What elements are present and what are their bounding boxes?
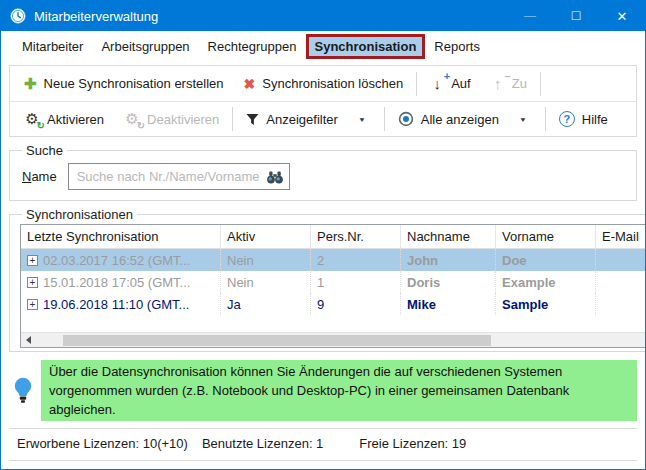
licenses-used: Benutzte Lizenzen: 1 (202, 436, 323, 451)
footer: Schließen Hilfe (1, 461, 645, 470)
minimize-icon[interactable]: — (507, 1, 553, 31)
info-row: Über die Datensynchronisation können Sie… (13, 360, 637, 421)
table-row[interactable]: +15.01.2018 17:05 (GMT... Nein 1 Doris E… (21, 271, 646, 293)
tab-rechtegruppen[interactable]: Rechtegruppen (199, 34, 306, 59)
table-row[interactable]: +02.03.2017 16:52 (GMT... Nein 2 John Do… (21, 249, 646, 271)
chevron-down-icon[interactable]: ▼ (353, 115, 371, 122)
auf-button[interactable]: ↓+ Auf (420, 66, 481, 101)
show-all-button[interactable]: Alle anzeigen ▼ (388, 102, 542, 136)
plus-icon: ✚ (24, 75, 37, 93)
lightbulb-icon (13, 376, 33, 405)
gear-deactivate-icon: ⚙↻ (124, 110, 140, 128)
tabstrip: Mitarbeiter Arbeitsgruppen Rechtegruppen… (1, 31, 645, 62)
column-header[interactable]: Aktiv (221, 225, 311, 248)
table-row[interactable]: +19.06.2018 11:10 (GMT... Ja 9 Mike Samp… (21, 293, 646, 315)
activate-button[interactable]: ⚙↻ Aktivieren (14, 102, 114, 136)
display-filter-button[interactable]: Anzeigefilter ▼ (236, 102, 380, 136)
eye-icon (398, 111, 414, 127)
window-controls: — □ ✕ (507, 1, 645, 31)
scrollbar-thumb[interactable] (63, 335, 491, 346)
expand-icon[interactable]: + (27, 299, 38, 310)
search-group-title: Suche (22, 143, 67, 158)
column-header[interactable]: Letzte Synchronisation (21, 225, 221, 248)
question-mark-icon: ? (559, 111, 575, 127)
arrow-up-minus-icon: ↑– (491, 75, 505, 92)
close-icon[interactable]: ✕ (599, 1, 645, 31)
sync-group: Synchronisationen Letzte Synchronisation… (9, 207, 646, 352)
new-sync-button[interactable]: ✚ Neue Synchronisation erstellen (14, 66, 234, 101)
toolbar-row-1: ✚ Neue Synchronisation erstellen ✖ Synch… (10, 66, 636, 101)
delete-sync-button[interactable]: ✖ Synchronisation löschen (234, 66, 414, 101)
column-header[interactable]: Nachname (401, 225, 496, 248)
gear-activate-icon: ⚙↻ (24, 110, 40, 128)
scroll-left-arrow[interactable] (21, 333, 36, 347)
clock-app-icon (10, 8, 26, 24)
toolbar-separator (545, 107, 546, 131)
funnel-icon (246, 113, 259, 126)
window-title: Mitarbeiterverwaltung (34, 9, 158, 24)
help-button[interactable]: ? Hilfe (549, 102, 618, 136)
tab-mitarbeiter[interactable]: Mitarbeiter (13, 34, 92, 59)
expand-icon[interactable]: + (27, 277, 38, 288)
delete-x-icon: ✖ (244, 76, 256, 92)
expand-icon[interactable]: + (27, 255, 38, 266)
chevron-down-icon[interactable]: ▼ (514, 115, 532, 122)
deactivate-button[interactable]: ⚙↻ Deaktivieren (114, 102, 229, 136)
tab-arbeitsgruppen[interactable]: Arbeitsgruppen (92, 34, 198, 59)
titlebar: Mitarbeiterverwaltung — □ ✕ (1, 1, 645, 31)
toolbar-separator (232, 107, 233, 131)
sync-table: Letzte Synchronisation Aktiv Pers.Nr. Na… (20, 224, 646, 348)
binoculars-icon[interactable] (266, 171, 284, 184)
horizontal-scrollbar[interactable] (21, 332, 646, 347)
toolbar-separator (416, 72, 417, 96)
search-input[interactable] (69, 164, 289, 189)
tab-synchronisation[interactable]: Synchronisation (306, 34, 426, 59)
name-label: Name (22, 169, 57, 184)
statusbar: Erworbene Lizenzen: 10(+10) Benutzte Liz… (1, 429, 645, 453)
search-input-wrap (68, 163, 290, 190)
column-header[interactable]: Pers.Nr. (311, 225, 401, 248)
column-header[interactable]: E-Mail (596, 225, 646, 248)
toolbar: ✚ Neue Synchronisation erstellen ✖ Synch… (9, 65, 637, 137)
search-group: Suche Name (9, 143, 637, 201)
app-window: Mitarbeiterverwaltung — □ ✕ Mitarbeiter … (0, 0, 646, 470)
tab-reports[interactable]: Reports (425, 34, 489, 59)
column-header[interactable]: Vorname (496, 225, 596, 248)
table-header: Letzte Synchronisation Aktiv Pers.Nr. Na… (21, 225, 646, 249)
licenses-acquired: Erworbene Lizenzen: 10(+10) (17, 436, 188, 451)
toolbar-row-2: ⚙↻ Aktivieren ⚙↻ Deaktivieren Anzeigefil… (10, 101, 636, 136)
sync-group-title: Synchronisationen (22, 207, 137, 222)
info-text: Über die Datensynchronisation können Sie… (41, 360, 637, 421)
zu-button[interactable]: ↑– Zu (481, 66, 537, 101)
maximize-icon[interactable]: □ (553, 1, 599, 31)
licenses-free: Freie Lizenzen: 19 (359, 436, 466, 451)
toolbar-separator (384, 107, 385, 131)
arrow-down-plus-icon: ↓+ (430, 75, 444, 92)
toolbar-separator (540, 72, 541, 96)
